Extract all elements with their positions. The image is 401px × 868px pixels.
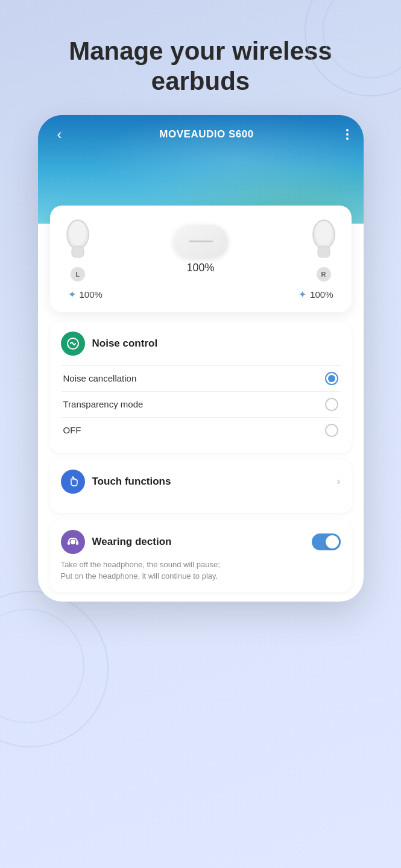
more-dot-2 xyxy=(346,133,349,136)
transparency-mode-row[interactable]: Transparency mode xyxy=(61,391,341,417)
back-button[interactable]: ‹ xyxy=(50,125,69,144)
page-title-line2: earbuds xyxy=(151,67,250,95)
wearing-detection-icon xyxy=(61,530,85,554)
wearing-detection-title: Wearing dection xyxy=(92,536,172,548)
bluetooth-left-icon: ✦ xyxy=(68,289,76,300)
right-battery-label: 100% xyxy=(310,289,333,300)
header-nav: ‹ MOVEAUDIO S600 xyxy=(38,115,364,154)
svg-point-4 xyxy=(315,221,332,245)
battery-row: ✦ 100% ✦ 100% xyxy=(62,289,339,300)
transparency-mode-label: Transparency mode xyxy=(63,399,144,409)
left-battery-label: 100% xyxy=(80,289,103,300)
wearing-detection-toggle[interactable] xyxy=(312,533,341,550)
radio-inner-selected xyxy=(328,375,335,382)
noise-control-icon xyxy=(61,332,85,356)
svg-rect-9 xyxy=(76,541,78,545)
earbuds-case-container: L 100% R xyxy=(62,218,339,281)
off-row[interactable]: OFF xyxy=(61,417,341,443)
case-icon xyxy=(174,225,228,258)
device-name-label: MOVEAUDIO S600 xyxy=(159,128,253,140)
content-area: Noise control Noise cancellation Transpa… xyxy=(38,312,364,602)
case-battery-label: 100% xyxy=(186,262,214,274)
svg-rect-5 xyxy=(318,247,330,257)
touch-functions-icon xyxy=(61,470,85,494)
svg-rect-8 xyxy=(68,541,70,545)
transparency-mode-radio[interactable] xyxy=(325,398,338,411)
more-menu-button[interactable] xyxy=(344,127,351,142)
deco-circle-3 xyxy=(0,591,109,747)
noise-cancellation-radio[interactable] xyxy=(325,372,338,385)
touch-functions-chevron-icon: › xyxy=(337,475,341,488)
more-dot-1 xyxy=(346,129,349,131)
off-radio[interactable] xyxy=(325,424,338,437)
phone-mockup: ‹ MOVEAUDIO S600 L xyxy=(38,115,364,602)
svg-point-7 xyxy=(71,539,75,544)
off-label: OFF xyxy=(63,425,81,435)
bluetooth-right-icon: ✦ xyxy=(298,289,306,300)
noise-control-card: Noise control Noise cancellation Transpa… xyxy=(50,322,352,453)
earbud-right-icon xyxy=(308,218,339,265)
noise-cancellation-row[interactable]: Noise cancellation xyxy=(61,365,341,391)
page-title-line1: Manage your wireless xyxy=(69,37,332,65)
touch-functions-header: Touch functions › xyxy=(61,470,341,494)
earbud-left-icon xyxy=(62,218,93,265)
wearing-desc-line1: Take off the headphone, the sound will p… xyxy=(61,560,220,569)
svg-rect-2 xyxy=(72,247,84,257)
toggle-thumb xyxy=(326,535,339,549)
earbud-left: L xyxy=(62,218,93,281)
earbuds-section: L 100% R xyxy=(50,206,352,312)
wearing-detection-header: Wearing dection xyxy=(61,530,341,554)
case-center: 100% xyxy=(174,225,228,274)
touch-functions-card[interactable]: Touch functions › xyxy=(50,460,352,513)
touch-functions-title: Touch functions xyxy=(92,476,171,488)
wearing-detection-card: Wearing dection Take off the headphone, … xyxy=(50,520,352,592)
case-line xyxy=(189,241,213,242)
deco-circle-4 xyxy=(0,609,84,723)
left-battery: ✦ 100% xyxy=(68,289,103,300)
earbud-right: R xyxy=(308,218,339,281)
wearing-detection-desc: Take off the headphone, the sound will p… xyxy=(61,559,341,582)
right-battery: ✦ 100% xyxy=(298,289,333,300)
back-icon: ‹ xyxy=(57,126,62,143)
earbud-left-label: L xyxy=(71,267,85,281)
page-title: Manage your wireless earbuds xyxy=(0,0,401,115)
noise-control-title: Noise control xyxy=(92,338,158,350)
noise-cancellation-label: Noise cancellation xyxy=(63,373,137,383)
more-dot-3 xyxy=(346,137,349,140)
earbud-right-label: R xyxy=(317,267,331,281)
wearing-desc-line2: Put on the headphone, it will continue t… xyxy=(61,571,218,580)
noise-control-header: Noise control xyxy=(61,332,341,356)
